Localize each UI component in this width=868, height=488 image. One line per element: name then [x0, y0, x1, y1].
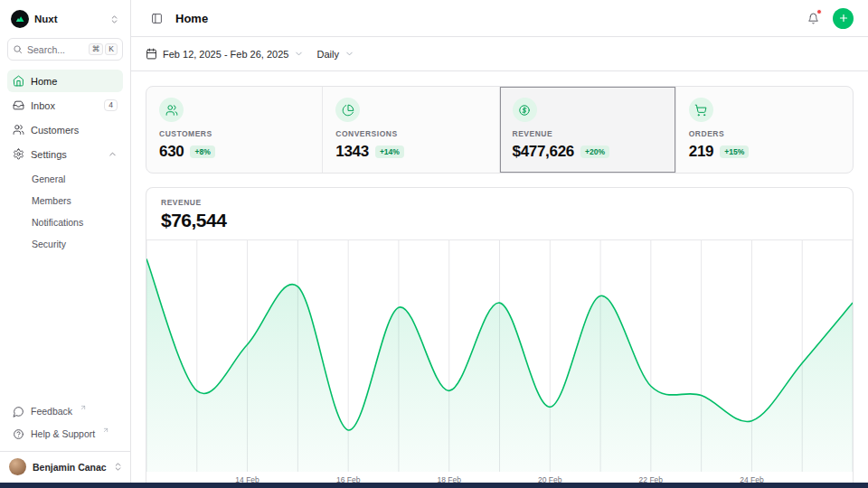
sidebar-item-settings[interactable]: Settings [7, 143, 123, 165]
users-icon [165, 104, 178, 117]
search-icon [13, 44, 23, 54]
nuxt-logo-icon [11, 10, 29, 28]
revenue-chart-card: REVENUE $76,544 14 Feb16 Feb18 Feb20 Feb… [146, 187, 854, 488]
chart-pie-icon [342, 104, 354, 117]
sidebar-item-label: Home [31, 76, 57, 87]
date-range-picker[interactable]: Feb 12, 2025 - Feb 26, 2025 [146, 48, 304, 60]
sidebar-item-inbox[interactable]: Inbox 4 [7, 94, 123, 117]
workspace-switcher[interactable]: Nuxt [7, 7, 123, 31]
workspace-name: Nuxt [34, 14, 58, 24]
search-placeholder: Search... [27, 44, 65, 55]
stat-label: CONVERSIONS [335, 129, 486, 138]
chart-total-value: $76,544 [161, 210, 838, 231]
stat-delta-badge: +20% [580, 145, 609, 158]
stat-delta-badge: +15% [720, 145, 749, 158]
chevron-down-icon [294, 49, 304, 59]
inbox-count-badge: 4 [104, 99, 118, 111]
top-header: Home [131, 0, 868, 37]
search-shortcut: ⌘ K [89, 43, 118, 55]
stat-card-revenue[interactable]: REVENUE $477,626 +20% [500, 87, 676, 173]
help-circle-icon [13, 428, 24, 440]
chevrons-up-down-icon [109, 14, 119, 24]
stat-icon-chip [513, 98, 537, 122]
feedback-link[interactable]: Feedback [7, 402, 123, 423]
sidebar-item-customers[interactable]: Customers [7, 118, 123, 141]
notification-dot [816, 9, 822, 14]
chart-canvas [146, 240, 853, 472]
sidebar-item-security[interactable]: Security [7, 233, 123, 254]
revenue-area-chart[interactable] [146, 240, 853, 472]
content-area: CUSTOMERS 630 +8% CONVERSIONS 1343 +14% [131, 71, 868, 488]
search-input[interactable]: Search... ⌘ K [7, 38, 123, 61]
sidebar-item-label: Notifications [32, 217, 83, 228]
sidebar-item-label: Members [32, 195, 71, 206]
filters-toolbar: Feb 12, 2025 - Feb 26, 2025 Daily [131, 37, 868, 71]
inbox-icon [13, 99, 24, 111]
dashboard-app: Nuxt Search... ⌘ K Home Inbox 4 Cu [0, 0, 868, 488]
sidebar-item-label: General [32, 174, 65, 184]
arrow-up-right-icon [80, 404, 87, 411]
stat-icon-chip [689, 98, 713, 122]
kbd-cmd: ⌘ [89, 43, 104, 55]
stat-delta-badge: +8% [190, 145, 214, 158]
bottom-edge-bar [0, 483, 868, 488]
sidebar: Nuxt Search... ⌘ K Home Inbox 4 Cu [0, 0, 131, 488]
kbd-k: K [105, 43, 118, 55]
granularity-select[interactable]: Daily [316, 49, 354, 60]
sidebar-footer: Feedback Help & Support [7, 402, 123, 449]
help-support-link[interactable]: Help & Support [7, 425, 123, 446]
stat-card-orders[interactable]: ORDERS 219 +15% [676, 87, 853, 173]
sidebar-item-label: Security [32, 239, 66, 249]
sidebar-item-notifications[interactable]: Notifications [7, 211, 123, 232]
stat-card-conversions[interactable]: CONVERSIONS 1343 +14% [323, 87, 499, 173]
user-menu[interactable]: Benjamin Canac [0, 451, 130, 481]
chart-header: REVENUE $76,544 [146, 188, 853, 240]
users-icon [13, 124, 24, 136]
sidebar-item-label: Customers [31, 125, 79, 136]
stat-icon-chip [335, 98, 360, 122]
shopping-cart-icon [694, 104, 707, 117]
chevron-down-icon [344, 49, 354, 59]
stat-value: 630 [159, 143, 184, 161]
sidebar-toggle-button[interactable] [146, 7, 167, 29]
stat-label: ORDERS [689, 129, 840, 138]
stat-delta-badge: +14% [375, 145, 404, 158]
home-icon [13, 75, 24, 87]
avatar [9, 458, 26, 475]
plus-icon [838, 13, 849, 23]
chevrons-up-down-icon [113, 462, 123, 472]
stats-strip: CUSTOMERS 630 +8% CONVERSIONS 1343 +14% [146, 86, 854, 174]
message-circle-icon [13, 406, 24, 418]
date-range-label: Feb 12, 2025 - Feb 26, 2025 [163, 49, 288, 60]
gear-icon [13, 148, 24, 160]
granularity-label: Daily [316, 49, 338, 60]
header-actions [802, 7, 854, 29]
sidebar-nav: Home Inbox 4 Customers Settings General … [7, 70, 123, 256]
stat-value: $477,626 [513, 143, 575, 161]
stat-icon-chip [159, 98, 184, 122]
settings-children: General Members Notifications Security [7, 168, 123, 254]
stat-value: 219 [689, 143, 713, 161]
chart-title: REVENUE [161, 198, 838, 207]
help-support-label: Help & Support [31, 428, 95, 439]
sidebar-item-label: Settings [31, 149, 67, 160]
sidebar-item-general[interactable]: General [7, 168, 123, 189]
feedback-label: Feedback [31, 406, 72, 417]
stat-value: 1343 [335, 143, 369, 161]
chevron-up-icon [108, 149, 118, 159]
stat-label: REVENUE [513, 129, 663, 138]
chart-body: 14 Feb16 Feb18 Feb20 Feb22 Feb24 Feb [146, 240, 853, 488]
panel-left-icon [151, 13, 163, 24]
stat-card-customers[interactable]: CUSTOMERS 630 +8% [146, 87, 323, 173]
user-name: Benjamin Canac [33, 462, 107, 473]
sidebar-item-home[interactable]: Home [7, 70, 123, 92]
sidebar-item-members[interactable]: Members [7, 190, 123, 211]
notifications-button[interactable] [802, 7, 824, 29]
calendar-icon [146, 48, 157, 60]
page-title: Home [175, 12, 208, 25]
stat-label: CUSTOMERS [159, 129, 309, 138]
arrow-up-right-icon [102, 427, 109, 434]
main-panel: Home Feb 12, 2025 - Feb 26, 2025 Daily [131, 0, 868, 488]
add-button[interactable] [833, 8, 854, 29]
sidebar-item-label: Inbox [31, 100, 55, 111]
